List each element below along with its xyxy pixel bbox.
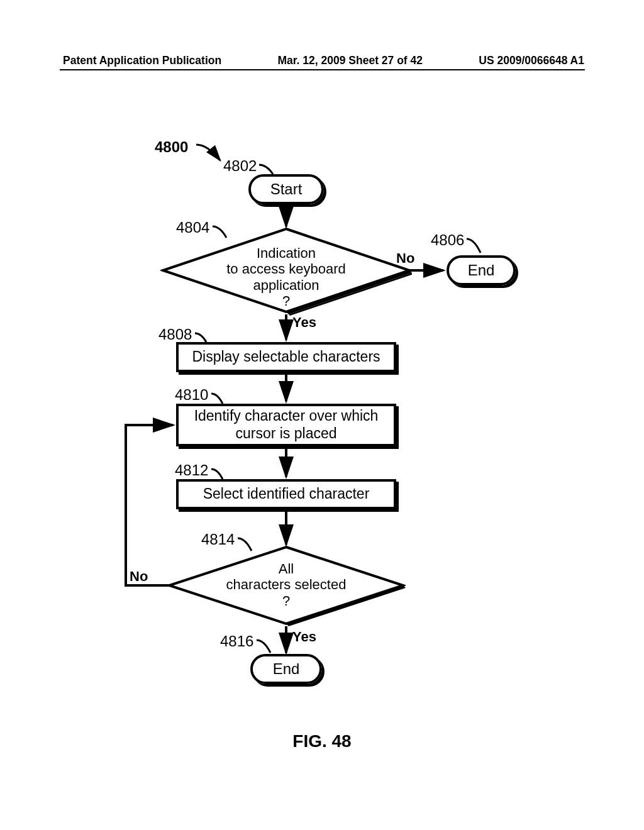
end2-text: End [273, 660, 300, 678]
figure-caption: FIG. 48 [0, 731, 644, 751]
header-left: Patent Application Publication [63, 54, 221, 67]
leader-4816 [0, 132, 644, 723]
end-node-2: End [250, 654, 322, 684]
flowchart-diagram: 4800 4802 Start 4804 Indicationto access… [0, 132, 644, 723]
header-center: Mar. 12, 2009 Sheet 27 of 42 [277, 54, 423, 67]
header-right: US 2009/0066648 A1 [479, 54, 584, 67]
header-rule [60, 69, 585, 70]
patent-header: Patent Application Publication Mar. 12, … [0, 54, 644, 67]
